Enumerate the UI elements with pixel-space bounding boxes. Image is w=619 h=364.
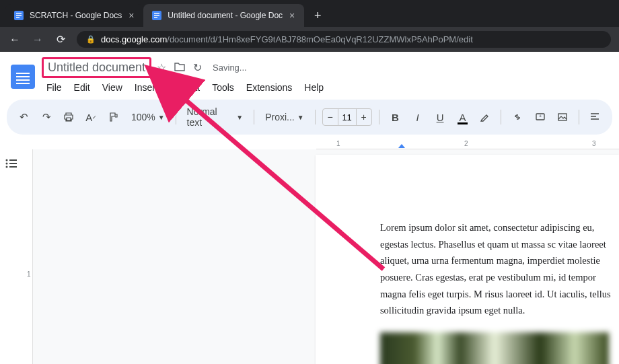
reload-button[interactable]: ⟳: [54, 33, 67, 46]
svg-point-15: [6, 166, 8, 168]
menu-extensions[interactable]: Extensions: [242, 79, 297, 96]
move-icon[interactable]: [174, 62, 185, 74]
menu-file[interactable]: File: [42, 79, 67, 96]
svg-point-11: [6, 159, 8, 161]
text-color-button[interactable]: A: [453, 108, 472, 126]
chevron-down-icon: ▼: [297, 114, 304, 121]
cloud-status-icon[interactable]: ↻: [193, 61, 202, 74]
main-area: 1 2 Lorem ipsum dolor sit amet, consecte…: [0, 149, 619, 364]
underline-button[interactable]: U: [431, 108, 449, 126]
menu-view[interactable]: View: [98, 79, 127, 96]
zoom-select[interactable]: 100%▼: [127, 109, 169, 125]
bold-button[interactable]: B: [386, 108, 404, 126]
svg-text:+: +: [538, 113, 542, 119]
menu-edit[interactable]: Edit: [69, 79, 95, 96]
new-tab-button[interactable]: +: [308, 6, 327, 25]
spellcheck-button[interactable]: A✓: [82, 108, 100, 126]
insert-image-button[interactable]: [553, 108, 571, 126]
back-button[interactable]: ←: [8, 34, 22, 46]
svg-rect-16: [9, 166, 17, 168]
print-button[interactable]: [60, 108, 78, 126]
embedded-image[interactable]: [380, 332, 609, 364]
close-icon[interactable]: ×: [127, 10, 135, 21]
align-button[interactable]: [586, 108, 604, 126]
add-comment-button[interactable]: +: [531, 108, 549, 126]
left-panel: [0, 149, 24, 364]
menu-insert[interactable]: Insert: [130, 79, 163, 96]
separator: [579, 110, 579, 124]
canvas[interactable]: 1 2 Lorem ipsum dolor sit amet, consecte…: [24, 149, 619, 364]
tab-strip: SCRATCH - Google Docs × Untitled documen…: [0, 0, 619, 27]
toolbar: ↶ ↷ A✓ 100%▼ Normal text▼ Proxi...▼ − 11…: [7, 100, 612, 135]
svg-point-13: [6, 163, 8, 165]
lock-icon: 🔒: [86, 35, 96, 44]
font-size-decrease[interactable]: −: [323, 109, 338, 125]
separator: [315, 110, 316, 124]
separator: [254, 110, 254, 124]
font-size-input[interactable]: 11: [338, 109, 357, 125]
separator: [379, 110, 379, 124]
svg-rect-14: [9, 163, 17, 164]
docs-favicon: [13, 10, 24, 21]
menu-tools[interactable]: Tools: [207, 79, 239, 96]
url-host: docs.google.com: [101, 34, 167, 44]
vertical-ruler[interactable]: 1 2: [24, 149, 33, 364]
outline-toggle[interactable]: [5, 157, 17, 171]
paint-format-button[interactable]: [105, 108, 123, 126]
svg-rect-3: [16, 17, 20, 18]
horizontal-ruler[interactable]: 1 2 3: [316, 139, 619, 149]
ruler-tick: 2: [464, 140, 468, 147]
tab-title: Untitled document - Google Doc: [168, 11, 283, 20]
indent-marker[interactable]: [398, 144, 405, 148]
highlight-button[interactable]: [476, 108, 494, 126]
menu-help[interactable]: Help: [299, 79, 328, 96]
svg-rect-12: [9, 159, 17, 161]
document-page[interactable]: Lorem ipsum dolor sit amet, consectetur …: [316, 155, 619, 364]
url-input[interactable]: 🔒 docs.google.com/document/d/1Hm8xeFYG9t…: [77, 31, 611, 48]
svg-rect-6: [154, 15, 159, 16]
menu-bar: File Edit View Insert Format Tools Exten…: [42, 79, 328, 96]
insert-link-button[interactable]: [508, 108, 526, 126]
ruler-tick: 1: [27, 270, 31, 278]
svg-rect-10: [558, 114, 567, 120]
svg-rect-7: [154, 17, 157, 18]
tab-untitled[interactable]: Untitled document - Google Doc ×: [143, 4, 304, 27]
redo-button[interactable]: ↷: [37, 108, 55, 126]
menu-format[interactable]: Format: [166, 79, 205, 96]
chevron-down-icon: ▼: [236, 114, 243, 121]
svg-rect-2: [16, 15, 22, 16]
star-icon[interactable]: ☆: [157, 61, 166, 74]
ruler-tick: 1: [336, 140, 340, 147]
paragraph-style-select[interactable]: Normal text▼: [183, 104, 248, 131]
svg-rect-1: [16, 13, 22, 14]
docs-logo[interactable]: [11, 65, 35, 89]
separator: [176, 110, 176, 124]
font-size-increase[interactable]: +: [357, 109, 371, 125]
saving-label: Saving...: [213, 63, 247, 73]
doc-title-input[interactable]: Untitled document: [42, 57, 151, 78]
svg-rect-5: [154, 13, 159, 14]
forward-button[interactable]: →: [31, 34, 44, 46]
font-size-group: − 11 +: [322, 108, 372, 126]
close-icon[interactable]: ×: [288, 10, 296, 21]
undo-button[interactable]: ↶: [15, 108, 33, 126]
tab-title: SCRATCH - Google Docs: [30, 11, 122, 20]
browser-chrome: SCRATCH - Google Docs × Untitled documen…: [0, 0, 619, 52]
chevron-down-icon: ▼: [158, 114, 165, 121]
tab-scratch[interactable]: SCRATCH - Google Docs ×: [5, 4, 143, 27]
font-select[interactable]: Proxi...▼: [261, 109, 307, 125]
ruler-tick: 3: [592, 140, 596, 147]
italic-button[interactable]: I: [408, 108, 427, 126]
address-bar: ← → ⟳ 🔒 docs.google.com/document/d/1Hm8x…: [0, 27, 619, 52]
url-path: /document/d/1Hm8xeFYG9tABJ788mOeEa0qVqR1…: [167, 34, 472, 44]
docs-favicon: [151, 10, 162, 21]
docs-header: Untitled document ☆ ↻ Saving... File Edi…: [0, 52, 619, 96]
separator: [501, 110, 501, 124]
body-text[interactable]: Lorem ipsum dolor sit amet, consectetur …: [380, 219, 619, 319]
